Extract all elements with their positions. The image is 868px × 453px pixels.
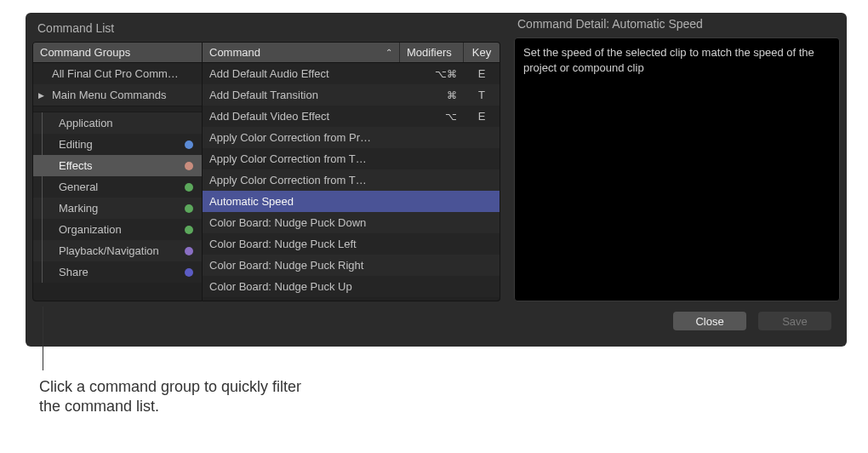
sidebar-item-playback-navigation[interactable]: Playback/Navigation [33, 240, 202, 261]
command-modifiers [400, 148, 464, 169]
group-label: Organization [59, 223, 122, 236]
group-label: Editing [59, 138, 93, 151]
command-column-header[interactable]: Command ⌃ [203, 43, 400, 62]
sort-ascending-icon: ⌃ [385, 48, 392, 57]
command-key [464, 233, 500, 255]
callout-line [43, 307, 43, 370]
command-groups-pane: Command Groups All Final Cut Pro Comm…▶M… [32, 42, 203, 301]
command-name: Add Default Audio Effect [203, 63, 400, 84]
tree-line [42, 261, 43, 283]
tree-line [42, 198, 43, 219]
color-swatch-icon [185, 162, 193, 170]
group-label: Main Menu Commands [52, 89, 166, 101]
sidebar-item-application[interactable]: Application [33, 112, 202, 134]
command-detail-title: Command Detail: Automatic Speed [514, 17, 840, 37]
commands-column-headers: Command ⌃ Modifiers Key [203, 43, 500, 63]
command-name: Color Board: Nudge Puck Left [203, 233, 400, 255]
tree-line [42, 112, 43, 134]
group-label: General [59, 181, 98, 193]
commands-list: Add Default Audio Effect⌥⌘EAdd Default T… [203, 63, 500, 297]
command-key [464, 276, 500, 297]
detail-title-prefix: Command Detail: [517, 17, 612, 31]
command-modifiers [400, 276, 464, 297]
detail-title-name: Automatic Speed [612, 17, 703, 31]
tree-line [42, 134, 43, 155]
command-groups-list: All Final Cut Pro Comm…▶Main Menu Comman… [33, 63, 202, 283]
command-modifiers: ⌘ [400, 84, 464, 106]
tree-line [42, 176, 43, 198]
color-swatch-icon [185, 183, 193, 192]
color-swatch-icon [185, 226, 193, 234]
command-name: Apply Color Correction from T… [203, 148, 400, 169]
command-key: T [464, 84, 500, 106]
group-label: Application [59, 117, 113, 129]
command-name: Add Default Transition [203, 84, 400, 106]
color-swatch-icon [185, 204, 193, 213]
color-swatch-icon [185, 140, 193, 149]
command-key: E [464, 63, 500, 84]
color-swatch-icon [185, 268, 193, 277]
command-row[interactable]: Add Default Video Effect⌥E [203, 106, 500, 127]
group-label: Marking [59, 202, 98, 215]
group-label: All Final Cut Pro Comm… [52, 67, 179, 80]
command-row[interactable]: Color Board: Nudge Puck Left [203, 233, 500, 255]
command-modifiers: ⌥ [400, 106, 464, 127]
sidebar-item-editing[interactable]: Editing [33, 134, 202, 155]
command-modifiers [400, 233, 464, 255]
sidebar-item-all-final-cut-pro-comm-[interactable]: All Final Cut Pro Comm… [33, 63, 202, 84]
key-column-header[interactable]: Key [464, 43, 500, 62]
modifiers-column-header[interactable]: Modifiers [400, 43, 464, 62]
command-name: Color Board: Nudge Puck Right [203, 255, 400, 276]
command-key [464, 255, 500, 276]
command-name: Color Board: Nudge Puck Down [203, 212, 400, 233]
disclosure-icon[interactable]: ▶ [38, 91, 44, 100]
tree-line [42, 155, 43, 176]
sidebar-item-effects[interactable]: Effects [33, 155, 202, 176]
group-label: Playback/Navigation [59, 244, 159, 257]
tree-line [42, 240, 43, 261]
tree-line [42, 219, 43, 240]
callout-annotation: Click a command group to quickly filter … [39, 307, 320, 417]
group-divider [33, 106, 202, 112]
sidebar-item-main-menu-commands[interactable]: ▶Main Menu Commands [33, 84, 202, 106]
command-row[interactable]: Color Board: Nudge Puck Down [203, 212, 500, 233]
command-row[interactable]: Color Board: Nudge Puck Right [203, 255, 500, 276]
command-modifiers [400, 255, 464, 276]
command-list-panel: Command List Command Groups All Final Cu… [26, 13, 847, 347]
command-key [464, 169, 500, 191]
sidebar-item-marking[interactable]: Marking [33, 198, 202, 219]
sidebar-item-organization[interactable]: Organization [33, 219, 202, 240]
commands-pane: Command ⌃ Modifiers Key Add Default Audi… [203, 42, 500, 301]
command-name: Apply Color Correction from Pr… [203, 127, 400, 148]
command-name: Add Default Video Effect [203, 106, 400, 127]
command-modifiers [400, 212, 464, 233]
command-column-label: Command [209, 46, 260, 59]
group-label: Effects [59, 159, 93, 172]
command-row[interactable]: Add Default Audio Effect⌥⌘E [203, 63, 500, 84]
color-swatch-icon [185, 247, 193, 255]
command-name: Color Board: Nudge Puck Up [203, 276, 400, 297]
groups-column-header[interactable]: Command Groups [33, 43, 202, 63]
close-button[interactable]: Close [673, 312, 746, 330]
command-row[interactable]: Automatic Speed [203, 191, 500, 212]
command-modifiers [400, 127, 464, 148]
command-key [464, 212, 500, 233]
command-row[interactable]: Apply Color Correction from T… [203, 148, 500, 169]
command-name: Apply Color Correction from T… [203, 169, 400, 191]
command-key: E [464, 106, 500, 127]
sidebar-item-share[interactable]: Share [33, 261, 202, 283]
command-detail-pane: Command Detail: Automatic Speed Set the … [514, 42, 840, 301]
sidebar-item-general[interactable]: General [33, 176, 202, 198]
command-modifiers: ⌥⌘ [400, 63, 464, 84]
group-label: Share [59, 266, 89, 278]
command-row[interactable]: Apply Color Correction from T… [203, 169, 500, 191]
command-row[interactable]: Add Default Transition⌘T [203, 84, 500, 106]
callout-text: Click a command group to quickly filter … [39, 370, 320, 417]
command-modifiers [400, 191, 464, 212]
save-button: Save [758, 312, 831, 330]
command-key [464, 148, 500, 169]
command-row[interactable]: Apply Color Correction from Pr… [203, 127, 500, 148]
command-detail-description: Set the speed of the selected clip to ma… [514, 37, 840, 301]
command-key [464, 191, 500, 212]
command-row[interactable]: Color Board: Nudge Puck Up [203, 276, 500, 297]
